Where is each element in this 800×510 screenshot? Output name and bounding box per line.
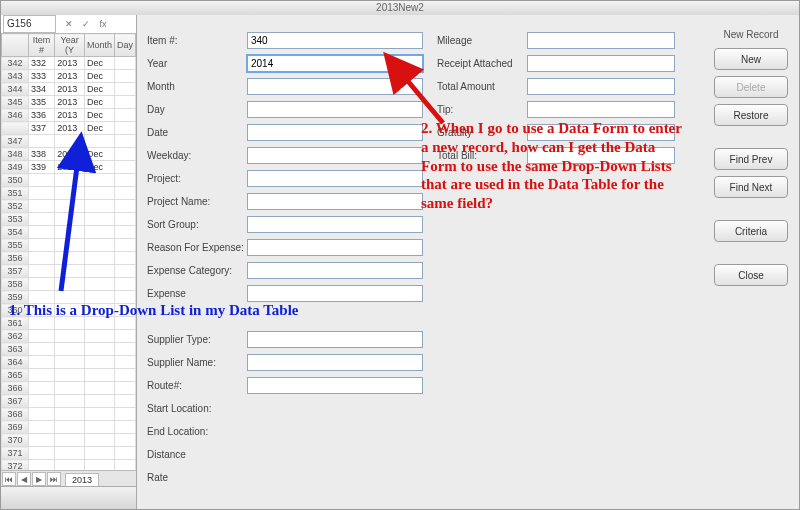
cell[interactable] [114,57,135,70]
cell[interactable] [29,382,55,395]
cell[interactable] [114,434,135,447]
form-input[interactable] [247,285,423,302]
cell[interactable]: 333 [29,70,55,83]
cell[interactable]: 2013 [55,122,85,135]
cell[interactable] [114,447,135,460]
form-input[interactable] [247,216,423,233]
cell[interactable] [29,408,55,421]
form-input[interactable] [527,78,675,95]
row-header[interactable]: 362 [2,330,29,343]
row-header[interactable]: 348 [2,148,29,161]
form-input[interactable] [527,101,675,118]
new-button[interactable]: New [714,48,788,70]
cell[interactable]: 335 [29,96,55,109]
cell[interactable] [84,421,114,434]
cell[interactable] [29,330,55,343]
fx-icon[interactable]: fx [96,17,110,31]
criteria-button[interactable]: Criteria [714,220,788,242]
find-next-button[interactable]: Find Next [714,176,788,198]
sheet-tab[interactable]: 2013 [65,473,99,486]
cell[interactable] [114,109,135,122]
cell[interactable] [114,369,135,382]
cell[interactable] [114,382,135,395]
row-header[interactable]: 367 [2,395,29,408]
row-header[interactable]: 357 [2,265,29,278]
cell[interactable]: 2013 [55,70,85,83]
cell[interactable] [55,343,85,356]
row-header[interactable]: 358 [2,278,29,291]
cell[interactable] [29,434,55,447]
cell[interactable] [114,343,135,356]
row-header[interactable] [2,122,29,135]
row-header[interactable]: 350 [2,174,29,187]
cell[interactable] [114,200,135,213]
column-header[interactable]: Item # [29,34,55,57]
cell[interactable]: 2013 [55,57,85,70]
cell[interactable]: Dec [84,122,114,135]
row-header[interactable]: 346 [2,109,29,122]
cell[interactable] [114,226,135,239]
cell[interactable] [114,161,135,174]
form-input[interactable] [527,32,675,49]
cell[interactable] [114,356,135,369]
cell[interactable] [114,252,135,265]
cell[interactable] [29,343,55,356]
cell[interactable] [84,369,114,382]
row-header[interactable]: 365 [2,369,29,382]
cell[interactable]: 336 [29,109,55,122]
cell[interactable] [55,382,85,395]
row-header[interactable]: 369 [2,421,29,434]
cell[interactable] [114,96,135,109]
confirm-icon[interactable]: ✓ [79,17,93,31]
find-prev-button[interactable]: Find Prev [714,148,788,170]
cell[interactable] [114,278,135,291]
row-header[interactable]: 368 [2,408,29,421]
cell[interactable]: 337 [29,122,55,135]
cell[interactable] [114,330,135,343]
cancel-icon[interactable]: ✕ [62,17,76,31]
row-header[interactable]: 352 [2,200,29,213]
cell[interactable] [84,408,114,421]
cell[interactable] [114,174,135,187]
cell[interactable] [29,356,55,369]
cell[interactable] [84,434,114,447]
form-input[interactable] [247,354,423,371]
close-button[interactable]: Close [714,264,788,286]
row-header[interactable]: 370 [2,434,29,447]
cell[interactable] [114,148,135,161]
row-header[interactable]: 355 [2,239,29,252]
cell[interactable] [29,369,55,382]
row-header[interactable]: 353 [2,213,29,226]
tab-nav-last-icon[interactable]: ⏭ [47,472,61,486]
cell[interactable] [29,447,55,460]
cell[interactable] [55,408,85,421]
cell[interactable]: Dec [84,70,114,83]
row-header[interactable]: 363 [2,343,29,356]
row-header[interactable]: 354 [2,226,29,239]
cell[interactable]: Dec [84,96,114,109]
form-input[interactable] [247,262,423,279]
column-header[interactable]: Day [114,34,135,57]
cell[interactable] [114,83,135,96]
cell[interactable] [84,447,114,460]
row-header[interactable]: 366 [2,382,29,395]
row-header[interactable]: 344 [2,83,29,96]
cell[interactable] [84,395,114,408]
cell[interactable] [55,395,85,408]
cell[interactable] [29,421,55,434]
form-input[interactable] [247,32,423,49]
row-header[interactable]: 356 [2,252,29,265]
row-header[interactable]: 364 [2,356,29,369]
cell[interactable] [84,343,114,356]
cell[interactable] [84,330,114,343]
cell[interactable] [114,122,135,135]
cell[interactable]: 334 [29,83,55,96]
cell[interactable] [114,395,135,408]
row-header[interactable]: 349 [2,161,29,174]
cell[interactable] [55,447,85,460]
tab-nav-first-icon[interactable]: ⏮ [2,472,16,486]
cell[interactable] [55,330,85,343]
row-header[interactable]: 371 [2,447,29,460]
cell[interactable]: 2013 [55,83,85,96]
cell[interactable]: Dec [84,57,114,70]
